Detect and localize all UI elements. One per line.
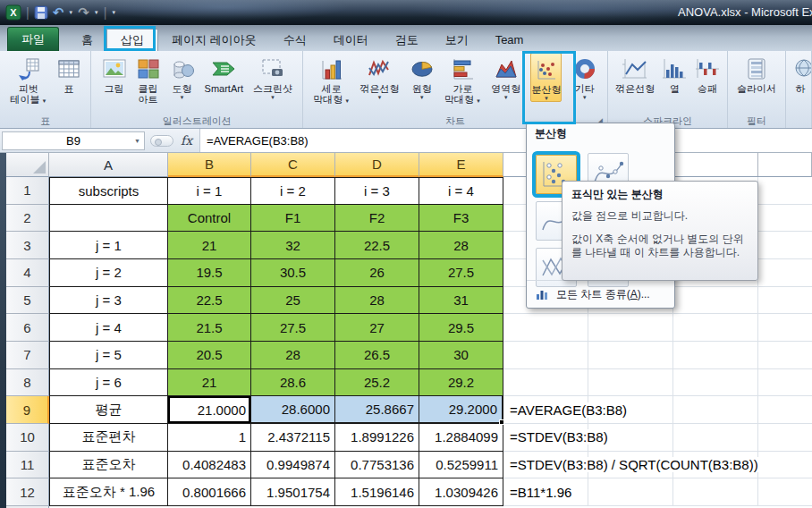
cell-D4[interactable]: 26 xyxy=(335,259,419,287)
column-chart-button[interactable]: 세로 막대형▼ xyxy=(313,53,350,106)
name-box-arrow-icon[interactable]: ▼ xyxy=(134,138,140,144)
tab-review[interactable]: 검토 xyxy=(382,29,432,51)
cell-D9[interactable]: 25.8667 xyxy=(335,396,419,424)
cell-F8[interactable] xyxy=(503,369,812,397)
table-button[interactable]: 표 xyxy=(57,53,80,94)
cell-E4[interactable]: 27.5 xyxy=(419,259,503,287)
cell-F10[interactable]: =STDEV(B3:B8) xyxy=(503,424,812,452)
cell-B1[interactable]: i = 1 xyxy=(168,177,251,205)
cell-C8[interactable]: 28.6 xyxy=(251,369,335,397)
cell-A7[interactable]: j = 5 xyxy=(49,342,168,369)
row-header-3[interactable]: 3 xyxy=(6,232,49,259)
cell-E12[interactable]: 1.0309426 xyxy=(419,478,503,506)
cell-D8[interactable]: 25.2 xyxy=(335,369,419,397)
tab-file[interactable]: 파일 xyxy=(7,27,59,51)
cell-C4[interactable]: 30.5 xyxy=(251,259,335,287)
screenshot-button[interactable]: 스크린샷 ▼ xyxy=(253,53,292,100)
cell-F9[interactable]: =AVERAGE(B3:B8) xyxy=(503,396,812,424)
cell-B2[interactable]: Control xyxy=(168,205,251,233)
insert-function-icon[interactable]: fx xyxy=(179,133,199,148)
column-header-E[interactable]: E xyxy=(419,153,503,177)
cell-B10[interactable]: 1 xyxy=(168,424,251,452)
cell-A8[interactable]: j = 6 xyxy=(49,369,168,397)
row-header-11[interactable]: 11 xyxy=(6,452,49,479)
cell-D6[interactable]: 27 xyxy=(335,314,419,342)
column-header-B[interactable]: B xyxy=(168,153,251,177)
row-header-2[interactable]: 2 xyxy=(6,205,49,233)
slicer-button[interactable]: 슬라이서 xyxy=(737,53,776,94)
all-chart-types-item[interactable]: 모든 차트 종류(A)... xyxy=(527,280,674,308)
cell-A5[interactable]: j = 3 xyxy=(49,287,168,315)
cell-D3[interactable]: 22.5 xyxy=(335,232,419,259)
redo-dropdown-icon[interactable]: ▼ xyxy=(94,10,99,15)
save-icon[interactable] xyxy=(34,5,48,20)
row-header-8[interactable]: 8 xyxy=(6,369,49,397)
tab-page-layout[interactable]: 페이지 레이아웃 xyxy=(158,29,270,51)
cell-A10[interactable]: 표준편차 xyxy=(49,424,168,452)
cell-C5[interactable]: 25 xyxy=(251,287,335,315)
undo-icon[interactable]: ↶ xyxy=(53,6,64,19)
row-header-10[interactable]: 10 xyxy=(6,424,49,452)
cell-D11[interactable]: 0.7753136 xyxy=(335,452,419,479)
cell-D12[interactable]: 1.5196146 xyxy=(335,478,419,506)
area-chart-button[interactable]: 영역형 ▼ xyxy=(491,53,520,100)
cell-E11[interactable]: 0.5259911 xyxy=(419,452,503,479)
cell-E2[interactable]: F3 xyxy=(419,205,503,233)
cell-A11[interactable]: 표준오차 xyxy=(49,452,168,479)
cell-E3[interactable]: 28 xyxy=(419,232,503,259)
cell-F11[interactable]: =STDEV(B3:B8) / SQRT(COUNT(B3:B8)) xyxy=(503,452,812,479)
cell-E5[interactable]: 31 xyxy=(419,287,503,315)
cell-B7[interactable]: 20.5 xyxy=(168,342,251,369)
cell-B5[interactable]: 22.5 xyxy=(168,287,251,315)
cell-A2[interactable] xyxy=(49,205,168,233)
sparkline-winloss-button[interactable]: 승패 xyxy=(695,53,720,94)
cell-C10[interactable]: 2.4372115 xyxy=(251,424,335,452)
cell-D7[interactable]: 26.5 xyxy=(335,342,419,369)
cell-C1[interactable]: i = 2 xyxy=(251,177,335,205)
cell-B12[interactable]: 0.8001666 xyxy=(168,478,251,506)
cell-A12[interactable]: 표준오차 * 1.96 xyxy=(49,478,168,506)
cell-A3[interactable]: j = 1 xyxy=(49,232,168,259)
cell-E1[interactable]: i = 4 xyxy=(419,177,503,205)
cell-B6[interactable]: 21.5 xyxy=(168,314,251,342)
row-header-1[interactable]: 1 xyxy=(6,177,49,205)
cell-F12[interactable]: =B11*1.96 xyxy=(503,478,812,506)
sparkline-column-button[interactable]: 열 xyxy=(662,53,687,94)
line-chart-button[interactable]: 꺾은선형 ▼ xyxy=(359,53,399,100)
other-charts-button[interactable]: 기타 ▼ xyxy=(572,53,597,100)
cell-D1[interactable]: i = 3 xyxy=(335,177,419,205)
tab-data[interactable]: 데이터 xyxy=(320,29,382,51)
column-header-D[interactable]: D xyxy=(335,153,419,177)
bar-chart-button[interactable]: 가로 막대형▼ xyxy=(444,53,481,106)
cell-B9[interactable]: 21.0000 xyxy=(168,396,251,424)
cell-F6[interactable] xyxy=(503,314,812,342)
cell-D2[interactable]: F2 xyxy=(335,205,419,233)
row-header-9[interactable]: 9 xyxy=(6,396,49,424)
cell-A9[interactable]: 평균 xyxy=(49,396,168,424)
row-header-12[interactable]: 12 xyxy=(6,478,49,506)
tab-view[interactable]: 보기 xyxy=(432,29,482,51)
tab-home[interactable]: 홈 xyxy=(68,29,106,51)
row-header-7[interactable]: 7 xyxy=(6,342,49,369)
cell-A4[interactable]: j = 2 xyxy=(49,259,168,287)
column-header-C[interactable]: C xyxy=(251,153,335,177)
select-all-corner[interactable] xyxy=(6,153,49,177)
cell-E8[interactable]: 29.2 xyxy=(419,369,503,397)
undo-dropdown-icon[interactable]: ▼ xyxy=(68,10,73,15)
tab-insert[interactable]: 삽입 xyxy=(106,29,158,51)
tab-team[interactable]: Team xyxy=(482,29,537,51)
cell-B4[interactable]: 19.5 xyxy=(168,259,251,287)
cell-C3[interactable]: 32 xyxy=(251,232,335,259)
cell-E6[interactable]: 29.5 xyxy=(419,314,503,342)
cell-C9[interactable]: 28.6000 xyxy=(251,396,335,424)
row-header-5[interactable]: 5 xyxy=(6,287,49,315)
name-box[interactable]: B9 ▼ xyxy=(2,131,145,150)
cell-C12[interactable]: 1.9501754 xyxy=(251,478,335,506)
row-header-6[interactable]: 6 xyxy=(6,314,49,342)
hyperlink-button-clipped[interactable]: 하 xyxy=(790,53,811,94)
cell-C2[interactable]: F1 xyxy=(251,205,335,233)
tab-formulas[interactable]: 수식 xyxy=(270,29,320,51)
shapes-button[interactable]: 도형 ▼ xyxy=(170,53,195,100)
cell-D5[interactable]: 28 xyxy=(335,287,419,315)
redo-icon[interactable]: ↷ xyxy=(78,6,89,19)
